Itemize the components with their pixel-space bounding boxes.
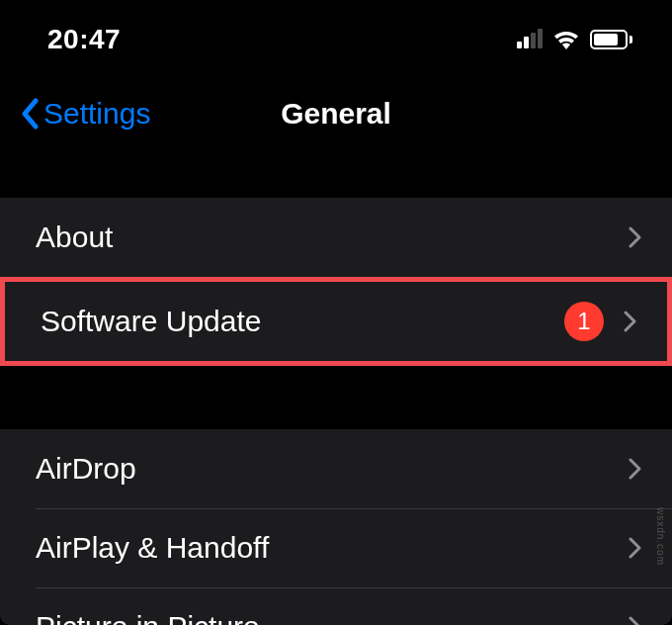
row-label: AirPlay & Handoff — [36, 531, 629, 565]
back-label: Settings — [43, 97, 150, 131]
chevron-right-icon — [629, 537, 642, 559]
back-button[interactable]: Settings — [20, 97, 150, 131]
row-software-update[interactable]: Software Update 1 — [5, 282, 667, 361]
row-label: Picture in Picture — [36, 610, 629, 625]
list-group-2: AirDrop AirPlay & Handoff Picture in Pic… — [0, 429, 672, 625]
wifi-icon — [552, 30, 580, 49]
chevron-right-icon — [629, 226, 642, 248]
status-icons — [517, 30, 632, 49]
row-airdrop[interactable]: AirDrop — [0, 429, 672, 508]
battery-icon — [590, 30, 632, 49]
row-label: Software Update — [41, 305, 564, 338]
row-label: AirDrop — [36, 452, 629, 486]
page-title: General — [281, 97, 391, 131]
status-time: 20:47 — [47, 24, 121, 55]
chevron-right-icon — [629, 458, 642, 480]
list-group-1: About Software Update 1 — [0, 198, 672, 366]
chevron-left-icon — [20, 98, 40, 130]
chevron-right-icon — [629, 616, 642, 625]
navigation-bar: Settings General — [0, 79, 672, 148]
chevron-right-icon — [624, 311, 637, 332]
notification-badge: 1 — [564, 302, 604, 341]
highlight-annotation: Software Update 1 — [0, 277, 672, 366]
row-label: About — [36, 221, 629, 254]
status-bar: 20:47 — [0, 0, 672, 79]
row-about[interactable]: About — [0, 198, 672, 277]
row-picture-in-picture[interactable]: Picture in Picture — [0, 587, 672, 625]
watermark: wsxdn.com — [655, 507, 666, 566]
row-airplay-handoff[interactable]: AirPlay & Handoff — [0, 508, 672, 587]
section-spacer — [0, 148, 672, 198]
section-spacer — [0, 366, 672, 429]
cellular-signal-icon — [517, 31, 543, 48]
